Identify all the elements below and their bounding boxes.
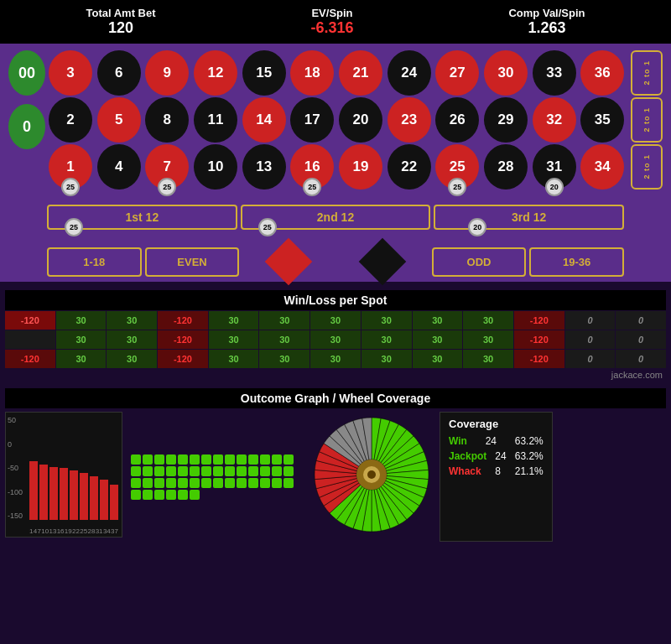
wl-cell-0-8: 30	[413, 311, 463, 330]
number-12[interactable]: 12	[194, 50, 237, 96]
number-23[interactable]: 23	[388, 97, 431, 143]
wl-cell-0-3: -120	[158, 311, 208, 330]
wl-cell-0-12: 0	[616, 311, 666, 330]
coverage-dot	[190, 454, 200, 465]
number-35[interactable]: 35	[580, 97, 624, 143]
coverage-dot	[283, 478, 294, 488]
second-dozen[interactable]: 2nd 12 25	[241, 205, 431, 230]
number-8[interactable]: 8	[145, 97, 189, 143]
number-19[interactable]: 19	[339, 144, 382, 190]
chip-25: 25	[448, 178, 466, 196]
number-10[interactable]: 10	[194, 144, 237, 190]
number-36[interactable]: 36	[580, 50, 624, 96]
bar-item	[39, 465, 48, 521]
number-29[interactable]: 29	[484, 97, 528, 143]
number-25[interactable]: 2525	[435, 144, 479, 190]
chip-1st12: 25	[65, 218, 83, 236]
double-zero[interactable]: 00	[8, 50, 45, 96]
number-9[interactable]: 9	[145, 50, 189, 96]
coverage-dot	[131, 466, 141, 476]
coverage-dot	[131, 478, 141, 488]
number-30[interactable]: 30	[484, 50, 528, 96]
winloss-grid: -1203030-120303030303030-120003030-12030…	[5, 311, 666, 368]
first-dozen[interactable]: 1st 12 25	[47, 205, 237, 230]
number-5[interactable]: 5	[97, 97, 141, 143]
coverage-dot	[201, 478, 211, 488]
single-zero[interactable]: 0	[8, 104, 45, 149]
third-dozen[interactable]: 3rd 12 20	[434, 205, 624, 230]
number-13[interactable]: 13	[242, 144, 286, 190]
number-33[interactable]: 33	[533, 50, 576, 96]
coverage-dot	[213, 454, 223, 465]
number-7[interactable]: 725	[145, 144, 189, 190]
number-21[interactable]: 21	[339, 50, 382, 96]
number-26[interactable]: 26	[435, 97, 479, 143]
wl-cell-2-6: 30	[310, 350, 361, 368]
number-34[interactable]: 34	[580, 144, 624, 190]
coverage-dot	[272, 466, 282, 476]
coverage-dot	[178, 478, 188, 488]
number-28[interactable]: 28	[484, 144, 528, 190]
number-14[interactable]: 14	[242, 97, 286, 143]
wl-cell-1-12: 0	[616, 330, 666, 349]
coverage-dot	[154, 490, 164, 500]
x-label: 13	[49, 527, 56, 535]
number-4[interactable]: 4	[97, 144, 141, 190]
number-32[interactable]: 32	[533, 97, 576, 143]
number-24[interactable]: 24	[388, 50, 431, 96]
wl-cell-1-6: 30	[310, 330, 361, 349]
wl-cell-2-5: 30	[259, 350, 309, 368]
number-3[interactable]: 3	[49, 50, 92, 96]
coverage-dot	[248, 454, 258, 465]
bar-chart: 50 0 -50 -100 -150 147101316192225283134…	[5, 412, 122, 538]
coverage-dot	[178, 490, 188, 500]
total-amt-bet: Total Amt Bet 120	[86, 7, 155, 37]
even-bet[interactable]: EVEN	[145, 247, 240, 277]
number-6[interactable]: 6	[97, 50, 141, 96]
outcome-title: Outcome Graph / Wheel Coverage	[5, 388, 666, 408]
x-label: 22	[72, 527, 80, 535]
wl-cell-2-7: 30	[362, 350, 412, 368]
wl-cell-2-2: 30	[107, 350, 157, 368]
number-15[interactable]: 15	[242, 50, 286, 96]
roulette-table: 00 0 36912151821242730333625811141720232…	[0, 44, 671, 282]
red-bet[interactable]	[242, 245, 334, 278]
coverage-dot	[166, 478, 176, 488]
number-18[interactable]: 18	[290, 50, 334, 96]
number-16[interactable]: 1625	[290, 144, 334, 190]
number-31[interactable]: 3120	[533, 144, 576, 190]
number-27[interactable]: 27	[435, 50, 479, 96]
x-label: 37	[111, 527, 118, 535]
win-pct: 63.2%	[515, 435, 544, 447]
coverage-dot	[260, 478, 270, 488]
coverage-dot	[154, 454, 164, 465]
number-22[interactable]: 22	[388, 144, 431, 190]
coverage-dot	[237, 478, 247, 488]
wl-cell-0-5: 30	[259, 311, 309, 330]
number-2[interactable]: 2	[49, 97, 92, 143]
coverage-dot	[237, 466, 247, 476]
coverage-dot	[260, 466, 270, 476]
coverage-dot	[154, 466, 164, 476]
coverage-dot	[225, 454, 235, 465]
high-bet[interactable]: 19-36	[529, 247, 624, 277]
black-bet[interactable]	[337, 245, 429, 278]
x-label: 28	[87, 527, 95, 535]
two-to-one-mid[interactable]: 2 to 1	[631, 97, 663, 143]
wl-cell-1-1: 30	[56, 330, 107, 349]
winloss-title: Win/Loss per Spot	[5, 290, 666, 310]
number-20[interactable]: 20	[339, 97, 382, 143]
two-to-one-top[interactable]: 2 to 1	[631, 50, 663, 96]
low-bet[interactable]: 1-18	[47, 247, 142, 277]
chip-1: 25	[61, 178, 80, 196]
coverage-dot	[213, 478, 223, 488]
coverage-dot	[190, 466, 200, 476]
two-to-one-bot[interactable]: 2 to 1	[631, 144, 663, 190]
odd-bet[interactable]: ODD	[432, 247, 527, 277]
number-17[interactable]: 17	[290, 97, 334, 143]
number-11[interactable]: 11	[194, 97, 237, 143]
y-axis: 50 0 -50 -100 -150	[8, 416, 23, 520]
number-1[interactable]: 125	[49, 144, 92, 190]
wl-cell-2-0: -120	[5, 350, 55, 368]
ev-spin: EV/Spin -6.316	[310, 7, 353, 37]
